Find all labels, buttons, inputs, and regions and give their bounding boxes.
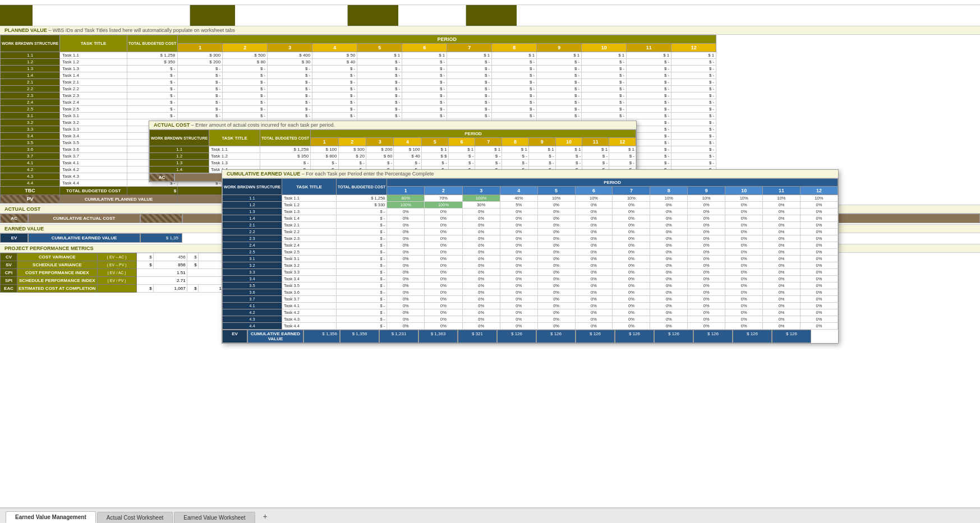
pv-wbs[interactable]: 3.1 bbox=[1, 113, 60, 119]
ev-pct[interactable]: 0% bbox=[725, 249, 763, 256]
ev-tbc-val[interactable]: $ - bbox=[337, 229, 387, 235]
pv-cell[interactable]: $ 1 bbox=[492, 52, 537, 59]
ev-pct[interactable]: 0% bbox=[500, 209, 537, 215]
ev-pct[interactable]: 0% bbox=[800, 303, 838, 309]
prepared-by-value[interactable] bbox=[235, 5, 347, 26]
add-tab-button[interactable]: + bbox=[256, 510, 274, 523]
ev-pct[interactable]: 0% bbox=[537, 316, 575, 323]
ev-pct[interactable]: 0% bbox=[650, 229, 688, 235]
ev-pct[interactable]: 0% bbox=[688, 222, 725, 229]
ev-pct[interactable]: 0% bbox=[613, 269, 650, 276]
pv-cell[interactable]: $ - bbox=[402, 72, 447, 79]
pv-cell[interactable]: $ - bbox=[178, 72, 223, 79]
pv-task[interactable]: Task 2.2 bbox=[60, 86, 127, 92]
ev-pct[interactable]: 0% bbox=[688, 209, 725, 215]
ev-pct[interactable]: 10% bbox=[575, 195, 613, 202]
pv-cell[interactable]: $ - bbox=[223, 99, 268, 106]
ev-pct[interactable]: 0% bbox=[725, 276, 763, 283]
ev-task[interactable]: Task 4.1 bbox=[282, 303, 337, 309]
ev-pct[interactable]: 0% bbox=[800, 276, 838, 283]
ev-pct[interactable]: 0% bbox=[387, 229, 425, 235]
ac-val[interactable]: $ 800 bbox=[311, 153, 338, 160]
pv-cell[interactable]: $ - bbox=[492, 86, 537, 92]
ev-pct[interactable]: 0% bbox=[500, 242, 537, 249]
ev-pct[interactable]: 0% bbox=[500, 309, 537, 316]
ev-pct[interactable]: 0% bbox=[537, 269, 575, 276]
ev-task[interactable]: Task 3.7 bbox=[282, 296, 337, 303]
ev-tbc-val[interactable]: $ - bbox=[337, 289, 387, 296]
pv-cell[interactable]: $ - bbox=[671, 79, 716, 86]
ev-pct[interactable]: 0% bbox=[725, 316, 763, 323]
ev-pct[interactable]: 0% bbox=[725, 269, 763, 276]
pv-cell[interactable]: $ - bbox=[357, 79, 402, 86]
ev-pct[interactable]: 0% bbox=[688, 202, 725, 209]
pv-cell[interactable]: $ - bbox=[312, 72, 357, 79]
ev-pct[interactable]: 0% bbox=[387, 296, 425, 303]
pv-wbs[interactable]: 3.6 bbox=[1, 146, 60, 153]
ev-pct[interactable]: 0% bbox=[575, 249, 613, 256]
ev-pct[interactable]: 0% bbox=[500, 323, 537, 330]
ac-tbc-val[interactable]: $ 1,258 bbox=[260, 146, 310, 153]
ev-pct[interactable]: 0% bbox=[800, 323, 838, 330]
ev-pct[interactable]: 0% bbox=[462, 289, 500, 296]
ev-pct[interactable]: 0% bbox=[725, 222, 763, 229]
ev-pct[interactable]: 0% bbox=[462, 323, 500, 330]
pv-cell[interactable]: $ - bbox=[627, 106, 671, 113]
ev-pct[interactable]: 0% bbox=[800, 309, 838, 316]
ev-pct[interactable]: 0% bbox=[763, 303, 800, 309]
ev-pct[interactable]: 0% bbox=[613, 242, 650, 249]
pv-cell[interactable]: $ - bbox=[268, 79, 312, 86]
pv-wbs[interactable]: 3.7 bbox=[1, 153, 60, 160]
pv-cell[interactable]: $ - bbox=[357, 59, 402, 66]
ev-pct[interactable]: 10% bbox=[537, 195, 575, 202]
ev-pct[interactable]: 0% bbox=[800, 283, 838, 289]
pv-cell[interactable]: $ - bbox=[223, 72, 268, 79]
pv-cell[interactable]: $ 1 bbox=[357, 52, 402, 59]
ac-val[interactable]: $ - bbox=[582, 153, 609, 160]
ev-pct[interactable]: 0% bbox=[763, 249, 800, 256]
ev-pct[interactable]: 5% bbox=[500, 202, 537, 209]
ev-pct[interactable]: 0% bbox=[688, 323, 725, 330]
ev-pct[interactable]: 0% bbox=[387, 309, 425, 316]
ev-pct[interactable]: 0% bbox=[613, 323, 650, 330]
pv-cell[interactable]: $ - bbox=[492, 106, 537, 113]
ev-pct[interactable]: 0% bbox=[650, 249, 688, 256]
ev-pct[interactable]: 0% bbox=[425, 256, 462, 262]
pv-wbs[interactable]: 3.4 bbox=[1, 133, 60, 140]
pv-cell[interactable]: $ - bbox=[447, 66, 492, 72]
ev-pct[interactable]: 10% bbox=[650, 195, 688, 202]
ev-pct[interactable]: 0% bbox=[688, 283, 725, 289]
ev-wbs[interactable]: 3.6 bbox=[223, 289, 282, 296]
pv-task[interactable]: Task 3.3 bbox=[60, 126, 127, 133]
ev-pct[interactable]: 0% bbox=[537, 303, 575, 309]
ev-pct[interactable]: 0% bbox=[725, 242, 763, 249]
ac-val[interactable]: $ - bbox=[502, 153, 529, 160]
pv-cell[interactable]: $ - bbox=[402, 66, 447, 72]
pv-cell[interactable]: $ - bbox=[537, 92, 582, 99]
ev-pct[interactable]: 0% bbox=[462, 209, 500, 215]
ev-pct[interactable]: 0% bbox=[800, 269, 838, 276]
ev-pct[interactable]: 0% bbox=[500, 289, 537, 296]
cpi-v1[interactable]: 1.51 bbox=[136, 269, 187, 277]
pv-cell[interactable]: $ - bbox=[312, 99, 357, 106]
ev-pct[interactable]: 10% bbox=[613, 195, 650, 202]
ev-pct[interactable]: 0% bbox=[387, 215, 425, 222]
ev-pct[interactable]: 0% bbox=[537, 249, 575, 256]
pv-cell[interactable]: $ - bbox=[312, 106, 357, 113]
pv-wbs[interactable]: 1.1 bbox=[1, 52, 60, 59]
pv-cell[interactable]: $ - bbox=[268, 113, 312, 119]
pv-cell[interactable]: $ - bbox=[671, 106, 716, 113]
ev-pct[interactable]: 0% bbox=[763, 242, 800, 249]
ev-pct[interactable]: 0% bbox=[462, 262, 500, 269]
ev-pct[interactable]: 0% bbox=[537, 262, 575, 269]
ev-pct[interactable]: 0% bbox=[500, 303, 537, 309]
ac-tbc-val[interactable]: $ - bbox=[260, 160, 310, 166]
pv-wbs[interactable]: 4.3 bbox=[1, 173, 60, 180]
ac-val[interactable]: $ - bbox=[475, 153, 502, 160]
pv-wbs[interactable]: 3.2 bbox=[1, 119, 60, 126]
ac-val[interactable]: $ 100 bbox=[311, 146, 338, 153]
ev-pct[interactable]: 0% bbox=[462, 303, 500, 309]
ev-pct[interactable]: 100% bbox=[462, 195, 500, 202]
ev-pct[interactable]: 0% bbox=[500, 296, 537, 303]
ev-wbs[interactable]: 4.3 bbox=[223, 316, 282, 323]
